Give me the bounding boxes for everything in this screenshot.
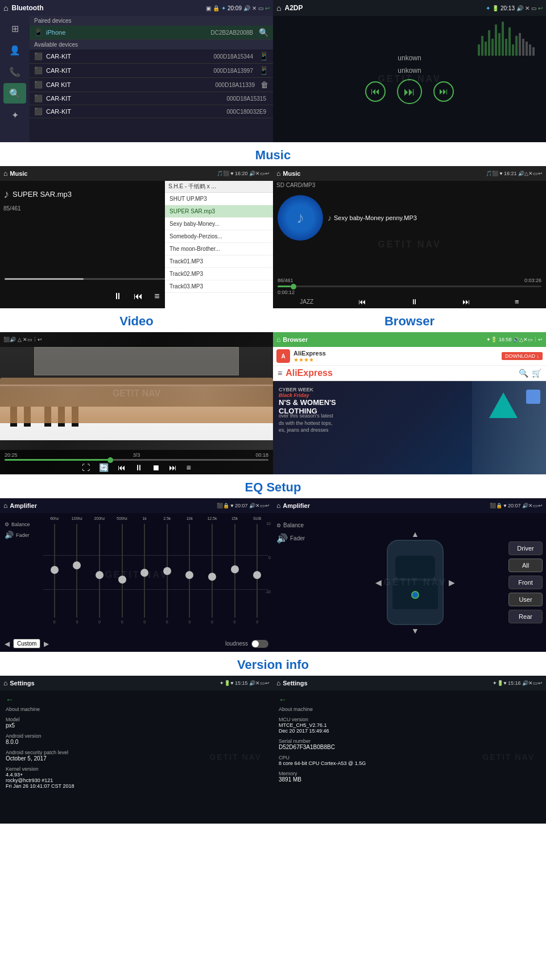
pause-icon[interactable]: ⏸ bbox=[113, 291, 122, 301]
lock-icon: 🔒 bbox=[213, 5, 220, 11]
download-button[interactable]: DOWNLOAD ↓ bbox=[502, 352, 543, 360]
next-button[interactable]: ⏭ bbox=[433, 81, 454, 102]
available-device-1[interactable]: ⬛ CAR-KIT 000D18A13997 📱 bbox=[30, 64, 273, 78]
v1-model-value: px5 bbox=[6, 722, 267, 729]
version-back-1[interactable]: ← bbox=[6, 695, 267, 704]
eq2-user-btn[interactable]: User bbox=[508, 593, 543, 606]
playlist-item-0[interactable]: SHUT UP.MP3 bbox=[165, 193, 273, 205]
browser-home-icon[interactable]: ⌂ bbox=[276, 336, 280, 344]
eq-slider-5[interactable]: 0 bbox=[166, 522, 168, 624]
music2-progress-bar[interactable] bbox=[278, 286, 541, 287]
music2-next-icon[interactable]: ⏭ bbox=[462, 297, 470, 306]
music2-prev-icon[interactable]: ⏮ bbox=[358, 297, 366, 306]
eq-knob-6[interactable] bbox=[185, 571, 193, 579]
eq2-home-icon[interactable]: ⌂ bbox=[276, 502, 280, 510]
eq-knob-3[interactable] bbox=[118, 576, 126, 584]
search-action-icon[interactable]: 🔍 bbox=[259, 28, 268, 37]
car-nav-right[interactable]: ▶ bbox=[449, 578, 455, 587]
home-icon[interactable]: ⌂ bbox=[3, 3, 8, 13]
nav-icon-search[interactable]: 🔍 bbox=[3, 83, 26, 104]
eq-prev-preset-icon[interactable]: ◀ bbox=[5, 640, 10, 648]
prev-button[interactable]: ⏮ bbox=[365, 81, 386, 102]
music2-pause-icon[interactable]: ⏸ bbox=[411, 297, 418, 306]
device-action-1[interactable]: 📱 bbox=[259, 66, 268, 75]
eq-custom-preset-btn[interactable]: Custom bbox=[13, 639, 40, 648]
eq-knob-7[interactable] bbox=[208, 573, 216, 581]
version-back-2[interactable]: ← bbox=[279, 695, 540, 704]
playlist-icon[interactable]: ≡ bbox=[154, 291, 159, 301]
eq-slider-3[interactable]: 0 bbox=[121, 522, 123, 624]
eq-slider-1[interactable]: 0 bbox=[76, 522, 78, 624]
eq-slider-4[interactable]: 0 bbox=[143, 522, 146, 624]
car-nav-up[interactable]: ▲ bbox=[411, 530, 419, 539]
video-list-icon[interactable]: ≡ bbox=[186, 463, 191, 472]
v1-home-icon[interactable]: ⌂ bbox=[3, 679, 7, 687]
video-play-icon[interactable]: ⏸ bbox=[135, 463, 143, 472]
device-action-0[interactable]: 📱 bbox=[259, 52, 268, 61]
eq-knob-5[interactable] bbox=[163, 567, 171, 575]
eq-slider-2[interactable]: 0 bbox=[98, 522, 101, 624]
v2-home-icon[interactable]: ⌂ bbox=[276, 679, 280, 687]
back-icon[interactable]: ↩ bbox=[265, 5, 270, 11]
eq2-front-btn[interactable]: Front bbox=[508, 576, 543, 589]
eq-next-preset-icon[interactable]: ▶ bbox=[44, 640, 49, 648]
vis-bar-11 bbox=[512, 44, 514, 56]
car-nav-down[interactable]: ▼ bbox=[411, 626, 419, 635]
eq-loudness-toggle[interactable] bbox=[251, 640, 268, 648]
video-prev-icon[interactable]: ⏮ bbox=[118, 463, 126, 472]
available-device-0[interactable]: ⬛ CAR-KIT 000D18A15344 📱 bbox=[30, 49, 273, 64]
home-icon-a2dp[interactable]: ⌂ bbox=[276, 3, 281, 13]
music-progress-fill-1 bbox=[5, 278, 84, 280]
playlist-item-7[interactable]: Track03.MP3 bbox=[165, 280, 273, 293]
eq-slider-9[interactable]: 0 bbox=[256, 522, 258, 624]
device-action-2[interactable]: 🗑 bbox=[260, 80, 268, 89]
playlist-item-4[interactable]: The moon-Brother... bbox=[165, 243, 273, 255]
available-device-4[interactable]: ⬛ CAR-KIT 000C180032E9 bbox=[30, 105, 273, 118]
video-next-icon[interactable]: ⏭ bbox=[169, 463, 177, 472]
playlist-item-2[interactable]: Sexy baby-Money... bbox=[165, 218, 273, 230]
nav-icon-phone[interactable]: 📞 bbox=[3, 61, 26, 82]
play-pause-button[interactable]: ⏭ bbox=[397, 79, 422, 104]
eq-knob-0[interactable] bbox=[51, 566, 59, 574]
a2dp-back-icon[interactable]: ↩ bbox=[538, 5, 543, 11]
eq-slider-0[interactable]: 0 bbox=[53, 522, 56, 624]
playlist-item-3[interactable]: Somebody-Perzios... bbox=[165, 230, 273, 243]
eq-slider-6[interactable]: 0 bbox=[188, 522, 191, 624]
eq-slider-8[interactable]: 0 bbox=[234, 522, 236, 624]
repeat-icon[interactable]: 🔄 bbox=[99, 463, 109, 472]
paired-device-iphone[interactable]: 📱 iPhone DC2B2AB2008B 🔍 bbox=[30, 26, 273, 40]
nav-icon-bluetooth[interactable]: ✦ bbox=[3, 105, 26, 125]
music2-time-row: 0:00:12 bbox=[278, 290, 541, 295]
video-stop-icon[interactable]: ⏹ bbox=[152, 463, 160, 472]
eq-knob-9[interactable] bbox=[253, 571, 261, 579]
nav-icon-grid[interactable]: ⊞ bbox=[3, 18, 26, 39]
playlist-item-6[interactable]: Track02.MP3 bbox=[165, 268, 273, 280]
nav-icon-person[interactable]: 👤 bbox=[3, 40, 26, 60]
video-time-display: 20:25 3/3 00:18 bbox=[5, 452, 268, 458]
available-device-2[interactable]: ⬛ CAR KIT 000D18A11339 🗑 bbox=[30, 78, 273, 92]
eq1-home-icon[interactable]: ⌂ bbox=[3, 502, 7, 510]
music2-home-icon[interactable]: ⌂ bbox=[276, 169, 280, 177]
eq-knob-1[interactable] bbox=[73, 561, 81, 569]
eq-slider-7[interactable]: 0 bbox=[211, 522, 213, 624]
eq2-driver-btn[interactable]: Driver bbox=[508, 541, 543, 555]
prev-icon[interactable]: ⏮ bbox=[134, 291, 143, 301]
music2-playlist-icon[interactable]: ≡ bbox=[515, 297, 519, 306]
eq2-all-btn[interactable]: All bbox=[508, 559, 543, 572]
car-nav-left[interactable]: ◀ bbox=[375, 578, 382, 587]
eq2-rear-btn[interactable]: Rear bbox=[508, 610, 543, 623]
eq-knob-8[interactable] bbox=[231, 565, 239, 573]
eq-knob-4[interactable] bbox=[140, 569, 148, 577]
hamburger-icon[interactable]: ≡ bbox=[278, 369, 282, 378]
video-progress-bar[interactable] bbox=[5, 459, 268, 461]
fullscreen-icon[interactable]: ⛶ bbox=[82, 463, 90, 472]
device-icon-2: ⬛ bbox=[34, 81, 43, 89]
browser-search-icon[interactable]: 🔍 bbox=[519, 369, 528, 378]
music-home-icon[interactable]: ⌂ bbox=[3, 169, 7, 177]
playlist-item-1[interactable]: SUPER SAR.mp3 bbox=[165, 205, 273, 218]
available-device-3[interactable]: ⬛ CAR-KIT 000D18A15315 bbox=[30, 92, 273, 105]
playlist-item-5[interactable]: Track01.MP3 bbox=[165, 255, 273, 268]
browser-cart-icon[interactable]: 🛒 bbox=[532, 369, 541, 378]
vol-icon: 🔊 bbox=[243, 5, 250, 11]
eq-knob-2[interactable] bbox=[96, 571, 104, 579]
